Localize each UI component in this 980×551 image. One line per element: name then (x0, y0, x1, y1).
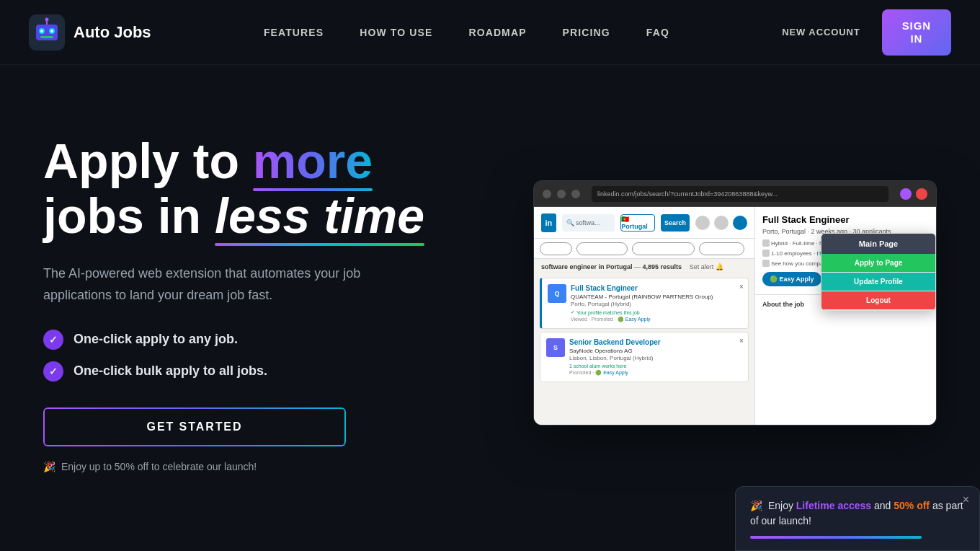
briefcase-icon (762, 239, 770, 247)
li-search-box: 🔍 softwa... (562, 214, 615, 232)
hero-right: linkedin.com/jobs/search/?currentJobId=3… (424, 180, 937, 426)
hero-left: Apply to more jobs in less time The AI-p… (43, 133, 424, 472)
popup-header: Main Page (821, 234, 935, 254)
check-icon-1: ✓ (43, 330, 63, 350)
li-search-button: Search (661, 214, 690, 232)
linkedin-logo: in (541, 213, 556, 232)
extension-popup: Main Page Apply to Page Update Profile L… (821, 233, 936, 311)
job-card-2: S × Senior Backend Developer SayNode Ope… (540, 332, 749, 382)
browser-actions (900, 188, 927, 200)
forward-btn (557, 190, 566, 198)
nav-features[interactable]: FEATURES (264, 27, 324, 38)
nav-how-to-use[interactable]: HOW TO USE (360, 27, 432, 38)
li-home-icon (695, 216, 710, 230)
popup-logout-btn[interactable]: Logout (821, 291, 935, 310)
back-btn (543, 190, 551, 198)
hero-title: Apply to more jobs in less time (43, 133, 424, 243)
li-title-bar: software engineer in Portugal — 4,895 re… (534, 259, 754, 275)
linkedin-header: in 🔍 softwa... 🇵🇹 Portugal Search (534, 207, 754, 239)
brand-logo[interactable]: Auto Jobs (29, 14, 151, 50)
feature-list: ✓ One-click apply to any job. ✓ One-clic… (43, 330, 424, 382)
get-started-button[interactable]: GET STARTED (43, 407, 346, 446)
job-status-2: Promoted · 🟢 Easy Apply (569, 370, 742, 376)
feature-item-2: ✓ One-click bulk apply to all jobs. (43, 361, 424, 382)
popup-apply-btn[interactable]: Apply to Page (821, 254, 935, 273)
svg-rect-6 (40, 36, 53, 38)
nav-links: FEATURES HOW TO USE ROADMAP PRICING FAQ (264, 26, 669, 39)
li-filter-exp: Experience level ▼ (632, 242, 695, 255)
li-filters: Jobs ▼ Date posted ▼ Experience level ▼ … (534, 239, 754, 259)
nav-roadmap[interactable]: ROADMAP (468, 27, 526, 38)
promo-emoji: 🎉 (43, 461, 55, 472)
easy-apply-button[interactable]: 🟢 Easy Apply (762, 272, 821, 286)
linkedin-left-panel: in 🔍 softwa... 🇵🇹 Portugal Search Jobs ▼ (534, 207, 755, 425)
li-filter-company: Company ▼ (699, 242, 744, 255)
job-badge-2: 1 school alum works here (569, 363, 742, 369)
promo-banner: 🎉 Enjoy up to 50% off to celebrate our l… (43, 461, 424, 472)
li-location-box: 🇵🇹 Portugal (620, 214, 655, 232)
company-logo-1: Q (548, 284, 566, 303)
li-filter-date: Date posted ▼ (576, 242, 628, 255)
brand-name: Auto Jobs (74, 23, 151, 42)
nav-faq[interactable]: FAQ (646, 27, 669, 38)
nav-right: NEW ACCOUNT SIGNIN (782, 9, 951, 56)
navbar: Auto Jobs FEATURES HOW TO USE ROADMAP PR… (0, 0, 980, 65)
li-nav-icons (695, 216, 747, 230)
screenshot-mockup: linkedin.com/jobs/search/?currentJobId=3… (533, 180, 937, 426)
feature-item-1: ✓ One-click apply to any job. (43, 330, 424, 350)
compare-icon (762, 260, 770, 267)
check-icon-2: ✓ (43, 361, 63, 382)
cta-wrapper: GET STARTED (43, 407, 346, 446)
notification-text: 🎉 Enjoy Lifetime access and 50% off as p… (750, 498, 965, 529)
notification-close[interactable]: × (963, 494, 969, 506)
close-job-2[interactable]: × (739, 337, 744, 345)
refresh-btn (571, 190, 580, 198)
svg-point-5 (50, 30, 53, 32)
close-job-1[interactable]: × (739, 283, 744, 291)
linkedin-mockup: in 🔍 softwa... 🇵🇹 Portugal Search Jobs ▼ (534, 207, 936, 425)
browser-chrome: linkedin.com/jobs/search/?currentJobId=3… (534, 181, 936, 207)
job-badge-1: ✓ Your profile matches this job (571, 309, 742, 315)
hero-subtitle: The AI-powered web extension that automa… (43, 263, 418, 306)
svg-point-8 (45, 17, 49, 21)
job-card-1: Q × Full Stack Engineer QUANTEAM - Portu… (540, 278, 749, 329)
li-bag-icon (733, 216, 747, 230)
nav-pricing[interactable]: PRICING (563, 27, 610, 38)
notification-bar: × 🎉 Enjoy Lifetime access and 50% off as… (735, 486, 980, 551)
popup-update-btn[interactable]: Update Profile (821, 273, 935, 291)
li-people-icon (714, 216, 729, 230)
signin-button[interactable]: SIGNIN (882, 9, 951, 56)
li-filter-jobs: Jobs ▼ (540, 242, 572, 255)
notification-progress-bar (750, 536, 922, 539)
address-bar: linkedin.com/jobs/search/?currentJobId=3… (592, 186, 888, 202)
browser-extension-icon (900, 188, 912, 200)
brand-logo-icon (29, 14, 65, 50)
new-account-link[interactable]: NEW ACCOUNT (782, 27, 860, 38)
browser-shield-icon (916, 188, 927, 200)
company-icon (762, 250, 770, 257)
hero-section: Apply to more jobs in less time The AI-p… (0, 65, 980, 541)
job-status-1: Viewed · Promoted · 🟢 Easy Apply (571, 317, 742, 322)
svg-point-4 (40, 30, 43, 32)
notif-emoji: 🎉 (750, 500, 762, 511)
company-logo-2: S (546, 338, 565, 357)
